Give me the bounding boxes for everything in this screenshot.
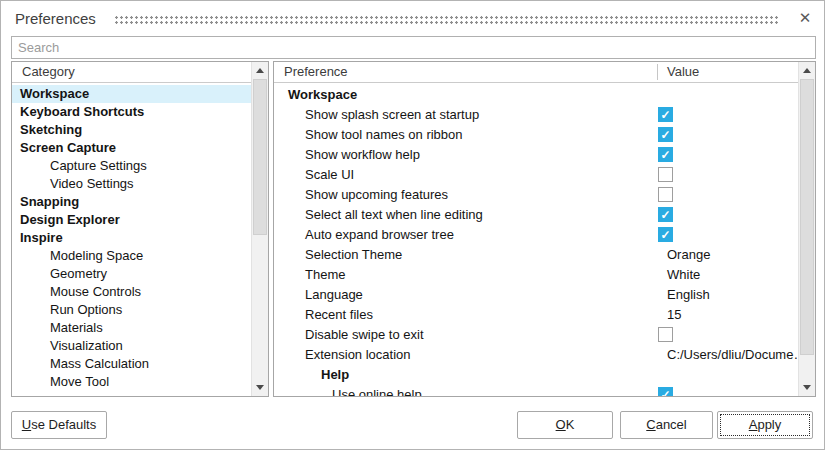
category-item-video-settings[interactable]: Video Settings [12, 175, 251, 193]
pref-row-show-splash: Show splash screen at startup [274, 105, 798, 125]
scrollbar-thumb[interactable] [800, 79, 814, 355]
preferences-dialog: Preferences ✕ Category Workspace Keyboar… [0, 0, 825, 450]
pref-row-use-online-help: Use online help [274, 385, 798, 396]
pref-label: Show workflow help [274, 147, 420, 162]
category-item-mouse-controls[interactable]: Mouse Controls [12, 283, 251, 301]
preference-group-help: Help [274, 365, 798, 385]
checkbox[interactable] [658, 107, 673, 122]
category-header: Category [12, 62, 251, 83]
pref-label: Select all text when line editing [274, 207, 483, 222]
category-item-keyboard-shortcuts[interactable]: Keyboard Shortcuts [12, 103, 251, 121]
category-header-label: Category [12, 64, 75, 79]
mnemonic: O [556, 417, 566, 432]
pref-label: Language [274, 287, 363, 302]
column-separator [657, 64, 658, 80]
pref-row-scale-ui: Scale UI [274, 165, 798, 185]
category-item-snapping[interactable]: Snapping [12, 193, 251, 211]
category-item-capture-settings[interactable]: Capture Settings [12, 157, 251, 175]
category-list: Workspace Keyboard Shortcuts Sketching S… [12, 83, 251, 396]
category-item-sketching[interactable]: Sketching [12, 121, 251, 139]
mnemonic: C [646, 417, 655, 432]
checkbox[interactable] [658, 127, 673, 142]
pref-value[interactable]: White [667, 265, 700, 285]
pref-label: Recent files [274, 307, 373, 322]
category-item-inspire[interactable]: Inspire [12, 229, 251, 247]
category-panel: Category Workspace Keyboard Shortcuts Sk… [11, 61, 269, 397]
pref-row-upcoming-features: Show upcoming features [274, 185, 798, 205]
category-item-run-options[interactable]: Run Options [12, 301, 251, 319]
group-label: Workspace [274, 87, 357, 102]
checkbox[interactable] [658, 327, 673, 342]
pref-label: Use online help [274, 387, 422, 396]
category-item-visualization[interactable]: Visualization [12, 337, 251, 355]
category-item-design-explorer[interactable]: Design Explorer [12, 211, 251, 229]
pref-label: Show upcoming features [274, 187, 448, 202]
category-item-screen-capture[interactable]: Screen Capture [12, 139, 251, 157]
mnemonic: U [22, 417, 31, 432]
pref-label: Disable swipe to exit [274, 327, 424, 342]
group-label: Help [274, 367, 349, 382]
pref-row-workflow-help: Show workflow help [274, 145, 798, 165]
pref-row-auto-expand: Auto expand browser tree [274, 225, 798, 245]
pref-label: Extension location [274, 347, 411, 362]
checkbox[interactable] [658, 167, 673, 182]
pref-label: Scale UI [274, 167, 354, 182]
checkbox[interactable] [658, 207, 673, 222]
dialog-title: Preferences [15, 10, 96, 27]
title-bar: Preferences ✕ [1, 1, 824, 35]
category-item-geometry[interactable]: Geometry [12, 265, 251, 283]
drag-grip-dots-icon[interactable] [114, 15, 778, 25]
value-column-label: Value [667, 62, 699, 82]
ok-button[interactable]: OK [517, 411, 613, 439]
checkbox[interactable] [658, 187, 673, 202]
cancel-button[interactable]: Cancel [620, 411, 713, 439]
label-rest: K [566, 417, 575, 432]
scroll-down-icon[interactable] [252, 379, 268, 396]
pref-row-extension-location: Extension location C:/Users/dliu/Docume… [274, 345, 798, 365]
preference-column-label: Preference [274, 64, 348, 79]
scroll-up-icon[interactable] [799, 62, 815, 79]
category-scrollbar[interactable] [251, 62, 268, 396]
scroll-up-icon[interactable] [252, 62, 268, 79]
category-item-mass-calculation[interactable]: Mass Calculation [12, 355, 251, 373]
search-input[interactable] [11, 36, 816, 59]
pref-label: Show tool names on ribbon [274, 127, 463, 142]
pref-row-recent-files: Recent files 15 [274, 305, 798, 325]
checkbox[interactable] [658, 147, 673, 162]
category-item-modeling-space[interactable]: Modeling Space [12, 247, 251, 265]
pref-value[interactable]: 15 [667, 305, 681, 325]
pref-label: Theme [274, 267, 345, 282]
pref-value[interactable]: C:/Users/dliu/Docume… [667, 345, 798, 365]
pref-row-language: Language English [274, 285, 798, 305]
checkbox[interactable] [658, 227, 673, 242]
scrollbar-thumb[interactable] [253, 79, 267, 235]
category-item-workspace[interactable]: Workspace [12, 85, 251, 103]
pref-row-tool-names: Show tool names on ribbon [274, 125, 798, 145]
pref-row-selection-theme: Selection Theme Orange [274, 245, 798, 265]
category-item-move-tool[interactable]: Move Tool [12, 373, 251, 391]
scroll-down-icon[interactable] [799, 379, 815, 396]
apply-button[interactable]: Apply [717, 411, 813, 439]
label-rest: pply [757, 417, 781, 432]
preference-group-workspace: Workspace [274, 85, 798, 105]
pref-row-select-all-text: Select all text when line editing [274, 205, 798, 225]
close-icon[interactable]: ✕ [794, 7, 816, 29]
checkbox[interactable] [658, 387, 673, 396]
label-rest: se Defaults [31, 417, 96, 432]
pref-label: Auto expand browser tree [274, 227, 454, 242]
pref-value[interactable]: English [667, 285, 710, 305]
preference-scrollbar[interactable] [798, 62, 815, 396]
pref-value[interactable]: Orange [667, 245, 710, 265]
preference-panel: Preference Value Workspace Show splash s… [273, 61, 816, 397]
pref-row-theme: Theme White [274, 265, 798, 285]
pref-label: Selection Theme [274, 247, 402, 262]
preference-header: Preference Value [274, 62, 798, 83]
pref-label: Show splash screen at startup [274, 107, 479, 122]
category-item-materials[interactable]: Materials [12, 319, 251, 337]
pref-row-disable-swipe: Disable swipe to exit [274, 325, 798, 345]
use-defaults-button[interactable]: Use Defaults [11, 411, 107, 439]
label-rest: ancel [656, 417, 687, 432]
preference-list: Workspace Show splash screen at startup … [274, 83, 798, 396]
